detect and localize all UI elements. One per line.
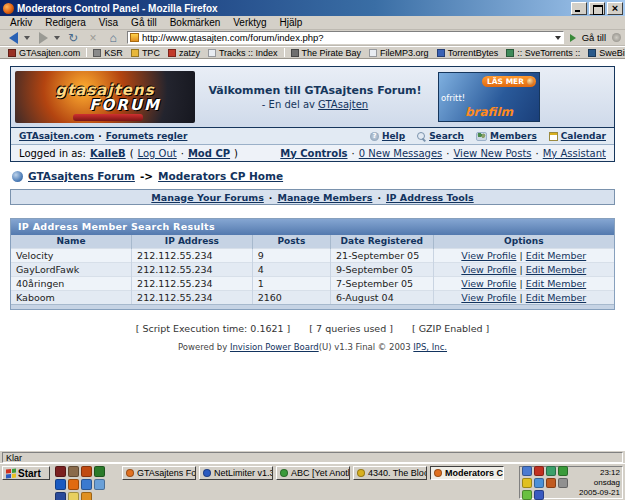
tray-icon-8[interactable] <box>558 478 568 488</box>
breadcrumb-forum-link[interactable]: GTAsajtens Forum <box>28 170 135 182</box>
bookmark-label: FileMP3.org <box>380 48 429 58</box>
task-button-bloodhound[interactable]: 4340. The Bloodhound G... <box>353 466 427 480</box>
manage-members-link[interactable]: Manage Members <box>277 192 372 203</box>
bookmark-zatzy[interactable]: zatzy <box>164 48 204 58</box>
tray-icon-7[interactable] <box>546 478 556 488</box>
view-new-posts-link[interactable]: View New Posts <box>453 148 531 159</box>
edit-member-link[interactable]: Edit Member <box>526 264 587 275</box>
quick-launch-icon-10[interactable] <box>68 492 79 500</box>
ip-address-tools-link[interactable]: IP Address Tools <box>386 192 474 203</box>
menu-hjalp[interactable]: Hjälp <box>274 17 309 28</box>
bookmark-torrentbytes[interactable]: TorrentBytes <box>433 48 503 58</box>
ipb-link[interactable]: Invision Power Board <box>230 342 319 352</box>
ips-link[interactable]: IPS, Inc. <box>413 342 447 352</box>
member-ip: 212.112.55.234 <box>132 262 253 276</box>
menu-verktyg[interactable]: Verktyg <box>227 17 272 28</box>
start-button[interactable]: Start <box>2 466 50 480</box>
view-profile-link[interactable]: View Profile <box>461 250 516 261</box>
bookmarks-divider <box>86 48 87 57</box>
go-button[interactable]: Gå till <box>567 32 609 43</box>
menu-ga-till[interactable]: Gå till <box>125 17 163 28</box>
member-name: GayLordFawk <box>11 262 132 276</box>
brafilm-ad-banner[interactable]: LÄS MER ofritt! brafilm <box>438 72 540 122</box>
bookmark-piratebay[interactable]: The Pirate Bay <box>287 48 366 58</box>
tray-icon-6[interactable] <box>534 478 544 488</box>
bookmark-ksr[interactable]: KSR <box>89 48 127 58</box>
url-dropdown[interactable] <box>555 36 561 43</box>
menu-redigera[interactable]: Redigera <box>39 17 92 28</box>
username-link[interactable]: KalleB <box>90 148 126 159</box>
task-button-label: NetLimiter v1.30 <box>214 468 273 478</box>
tray-clock[interactable]: 23:12 onsdag 2005-09-21 <box>577 468 620 498</box>
new-messages-link[interactable]: 0 New Messages <box>359 148 443 159</box>
quick-launch-icon-1[interactable] <box>55 466 66 477</box>
ad-cta-button[interactable]: LÄS MER <box>482 76 536 87</box>
bookmark-swebits[interactable]: SweBits <box>584 48 625 58</box>
menu-bokmarken[interactable]: Bokmärken <box>164 17 227 28</box>
site-home-link[interactable]: GTAsajten.com <box>19 131 94 141</box>
members-link[interactable]: Members <box>476 131 537 141</box>
breadcrumb-modcp-link[interactable]: Moderators CP Home <box>158 170 283 182</box>
reload-button[interactable]: ↻ <box>64 31 82 45</box>
manage-forums-link[interactable]: Manage Your Forums <box>151 192 264 203</box>
back-dropdown[interactable] <box>24 36 30 43</box>
quick-launch-icon-4[interactable] <box>94 466 105 477</box>
quick-launch-icon-11[interactable] <box>81 492 92 500</box>
task-button-moderators-cp[interactable]: Moderators Control P... <box>430 466 504 480</box>
tray-icon-4[interactable] <box>558 466 568 476</box>
tray-icon-3[interactable] <box>546 466 556 476</box>
tray-icon-5[interactable] <box>522 478 532 488</box>
bookmark-favicon <box>131 49 139 57</box>
edit-member-link[interactable]: Edit Member <box>526 250 587 261</box>
tray-icon-10[interactable] <box>534 490 544 500</box>
bookmark-tracks[interactable]: Tracks :: Index <box>204 48 282 58</box>
calendar-label: Calendar <box>561 131 606 141</box>
mod-cp-link[interactable]: Mod CP <box>188 148 230 159</box>
quick-launch-icon-7[interactable] <box>81 479 92 490</box>
forward-dropdown[interactable] <box>54 36 60 43</box>
minimize-button[interactable] <box>571 2 587 15</box>
edit-member-link[interactable]: Edit Member <box>526 292 587 303</box>
tray-icon-1[interactable] <box>522 466 532 476</box>
stop-button[interactable]: × <box>84 31 102 45</box>
bookmark-svetorrents[interactable]: :: SveTorrents :: <box>502 48 584 58</box>
quick-launch-icon-3[interactable] <box>81 466 92 477</box>
gtasajtens-forum-logo[interactable]: gtasajtens FORUM <box>15 71 195 123</box>
quick-launch-icon-5[interactable] <box>55 479 66 490</box>
bookmark-filemp3[interactable]: FileMP3.org <box>365 48 433 58</box>
restore-button[interactable] <box>589 2 605 15</box>
view-profile-link[interactable]: View Profile <box>461 292 516 303</box>
url-input[interactable] <box>142 32 555 43</box>
edit-member-link[interactable]: Edit Member <box>526 278 587 289</box>
task-button-label: 4340. The Bloodhound G... <box>368 468 427 478</box>
view-profile-link[interactable]: View Profile <box>461 278 516 289</box>
view-profile-link[interactable]: View Profile <box>461 264 516 275</box>
home-button[interactable]: ⌂ <box>104 31 122 45</box>
quick-launch-icon-9[interactable] <box>55 492 66 500</box>
tray-icon-9[interactable] <box>522 490 532 500</box>
forum-rules-link[interactable]: Forumets regler <box>106 131 188 141</box>
bookmark-tpc[interactable]: TPC <box>127 48 164 58</box>
my-assistant-link[interactable]: My Assistant <box>543 148 606 159</box>
forward-button[interactable] <box>34 31 52 45</box>
my-controls-link[interactable]: My Controls <box>280 148 347 159</box>
quick-launch-icon-8[interactable] <box>94 479 105 490</box>
task-button-abc-bittorrent[interactable]: ABC [Yet Another Bittorr... <box>276 466 350 480</box>
browser-viewport: gtasajtens FORUM Välkommen till GTAsajte… <box>0 59 625 450</box>
task-button-netlimiter[interactable]: NetLimiter v1.30 <box>199 466 273 480</box>
back-button[interactable] <box>4 31 22 45</box>
quick-launch-icon-6[interactable] <box>68 479 79 490</box>
help-link[interactable]: Help <box>370 131 405 141</box>
help-label: Help <box>382 131 405 141</box>
search-link[interactable]: Search <box>417 131 464 141</box>
close-button[interactable] <box>607 2 623 15</box>
quick-launch-icon-2[interactable] <box>68 466 79 477</box>
calendar-link[interactable]: Calendar <box>549 131 606 141</box>
gtasajten-link[interactable]: GTAsajten <box>318 99 368 110</box>
logout-link[interactable]: Log Out <box>138 148 177 159</box>
menu-visa[interactable]: Visa <box>93 17 124 28</box>
task-button-gtasajtens-forum[interactable]: GTAsajtens Forum -> Co... <box>122 466 196 480</box>
tray-icon-2[interactable] <box>534 466 544 476</box>
bookmark-gtasajten[interactable]: GTAsajten.com <box>4 48 84 58</box>
menu-arkiv[interactable]: Arkiv <box>4 17 38 28</box>
